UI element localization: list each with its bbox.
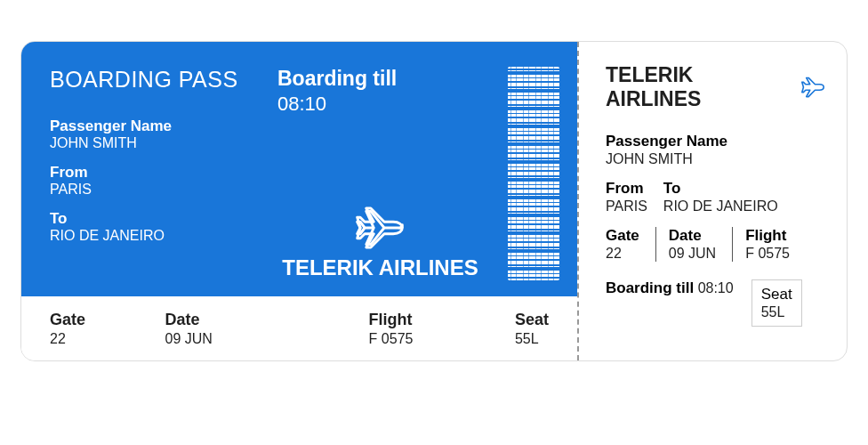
stub-gate-value: 22 bbox=[606, 246, 639, 262]
main-top: BOARDING PASS Passenger Name JOHN SMITH … bbox=[21, 42, 577, 296]
date-value: 09 JUN bbox=[165, 331, 369, 347]
main-info-column: BOARDING PASS Passenger Name JOHN SMITH … bbox=[50, 67, 270, 280]
stub-to: To RIO DE JANEIRO bbox=[663, 180, 778, 214]
stub-panel: TELERIK AIRLINES Passenger Name JOHN SMI… bbox=[579, 42, 847, 360]
stub-boarding-till-value: 08:10 bbox=[698, 280, 734, 295]
to-value: RIO DE JANEIRO bbox=[50, 228, 270, 244]
seat-label: Seat bbox=[515, 311, 549, 329]
stub-from-label: From bbox=[606, 180, 647, 198]
main-panel: BOARDING PASS Passenger Name JOHN SMITH … bbox=[21, 42, 577, 360]
passenger-label: Passenger Name bbox=[50, 117, 270, 135]
flight-label: Flight bbox=[369, 311, 515, 329]
stub-from-value: PARIS bbox=[606, 198, 647, 214]
airplane-icon bbox=[800, 76, 825, 99]
boarding-till-label: Boarding till bbox=[277, 67, 397, 91]
passenger-value: JOHN SMITH bbox=[50, 135, 270, 151]
from-value: PARIS bbox=[50, 182, 270, 198]
stub-header: TELERIK AIRLINES bbox=[606, 63, 825, 111]
gate-label: Gate bbox=[50, 311, 165, 329]
stub-to-label: To bbox=[663, 180, 778, 198]
stub-flight: Flight F 0575 bbox=[732, 227, 790, 262]
main-bottom-row: Gate 22 Date 09 JUN Flight F 0575 Seat 5… bbox=[21, 296, 577, 360]
seat-column: Seat 55L bbox=[515, 311, 549, 347]
stub-boarding-till: Boarding till 08:10 bbox=[606, 279, 734, 297]
stub-seat-value: 55L bbox=[761, 304, 792, 320]
stub-flight-value: F 0575 bbox=[745, 246, 790, 262]
barcode bbox=[508, 67, 559, 280]
stub-seat-box: Seat 55L bbox=[751, 279, 802, 327]
stub-seat-label: Seat bbox=[761, 286, 792, 303]
airline-brand: TELERIK AIRLINES bbox=[282, 204, 478, 280]
date-label: Date bbox=[165, 311, 369, 329]
flight-column: Flight F 0575 bbox=[369, 311, 515, 347]
stub-flight-row: Gate 22 Date 09 JUN Flight F 0575 bbox=[606, 227, 825, 262]
stub-boarding-till-label: Boarding till bbox=[606, 279, 694, 296]
seat-value: 55L bbox=[515, 331, 549, 347]
boarding-pass: BOARDING PASS Passenger Name JOHN SMITH … bbox=[20, 41, 848, 361]
stub-gate-label: Gate bbox=[606, 227, 639, 245]
center-column: Boarding till 08:10 TELERIK AIRLINES bbox=[270, 67, 490, 280]
stub-from: From PARIS bbox=[606, 180, 647, 214]
stub-passenger-value: JOHN SMITH bbox=[606, 151, 825, 167]
to-label: To bbox=[50, 210, 270, 228]
gate-column: Gate 22 bbox=[50, 311, 165, 347]
stub-passenger-label: Passenger Name bbox=[606, 133, 825, 150]
airline-name: TELERIK AIRLINES bbox=[282, 255, 478, 280]
boarding-pass-title: BOARDING PASS bbox=[50, 67, 270, 93]
stub-airline-name: TELERIK AIRLINES bbox=[606, 63, 793, 111]
stub-to-value: RIO DE JANEIRO bbox=[663, 198, 778, 214]
from-label: From bbox=[50, 164, 270, 182]
stub-date-label: Date bbox=[669, 227, 716, 245]
stub-gate: Gate 22 bbox=[606, 227, 639, 262]
stub-fromto-row: From PARIS To RIO DE JANEIRO bbox=[606, 180, 825, 214]
stub-date: Date 09 JUN bbox=[655, 227, 716, 262]
flight-value: F 0575 bbox=[369, 331, 515, 347]
stub-flight-label: Flight bbox=[745, 227, 790, 245]
airplane-icon bbox=[353, 204, 406, 252]
gate-value: 22 bbox=[50, 331, 165, 347]
boarding-till-value: 08:10 bbox=[277, 93, 326, 116]
date-column: Date 09 JUN bbox=[165, 311, 369, 347]
stub-passenger: Passenger Name JOHN SMITH bbox=[606, 133, 825, 167]
stub-date-value: 09 JUN bbox=[669, 246, 716, 262]
stub-bottom-row: Boarding till 08:10 Seat 55L bbox=[606, 279, 825, 327]
